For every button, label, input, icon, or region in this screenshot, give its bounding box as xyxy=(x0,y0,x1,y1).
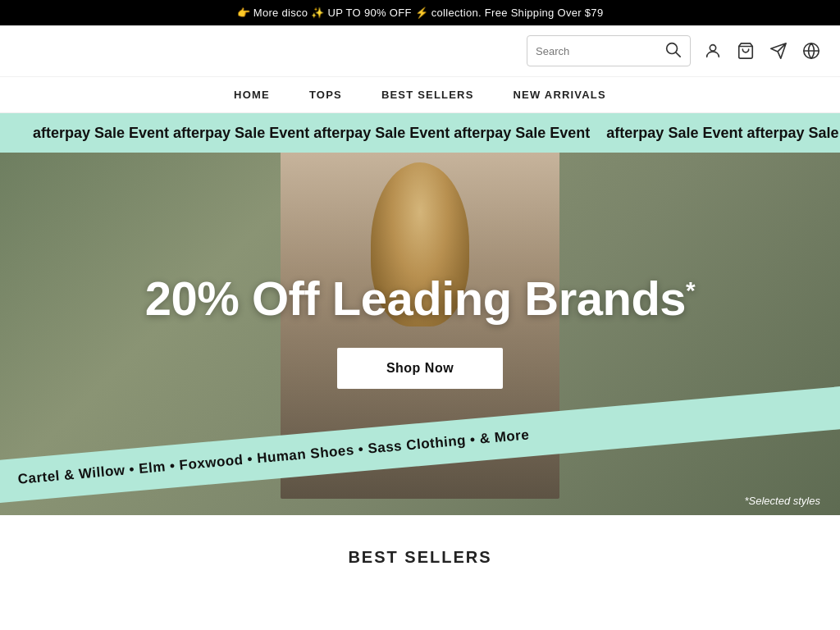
hero-heading: 20% Off Leading Brands* xyxy=(0,272,840,325)
selected-styles-note: *Selected styles xyxy=(745,495,821,507)
search-container xyxy=(527,35,691,66)
shop-now-button[interactable]: Shop Now xyxy=(337,348,503,389)
nav-item-best-sellers[interactable]: BEST SELLERS xyxy=(381,89,474,101)
announcement-bar: 👉 More disco ✨ UP TO 90% OFF ⚡ collectio… xyxy=(0,0,840,25)
afterpay-scroll-text: afterpay Sale Event afterpay Sale Event … xyxy=(0,125,840,142)
nav-item-tops[interactable]: TOPS xyxy=(309,89,342,101)
main-nav: HOME TOPS BEST SELLERS NEW ARRIVALS xyxy=(0,77,840,113)
afterpay-top-stripe: afterpay Sale Event afterpay Sale Event … xyxy=(0,113,840,153)
search-input[interactable] xyxy=(536,45,659,57)
header-icons xyxy=(704,42,820,60)
cart-icon[interactable] xyxy=(737,42,755,60)
language-icon[interactable] xyxy=(802,42,820,60)
wishlist-icon[interactable] xyxy=(769,42,788,60)
svg-line-1 xyxy=(676,52,680,57)
best-sellers-section: BEST SELLERS xyxy=(0,515,840,583)
header xyxy=(0,25,840,77)
user-icon[interactable] xyxy=(704,42,722,60)
hero-content: 20% Off Leading Brands* Shop Now xyxy=(0,272,840,389)
announcement-text: 👉 More disco ✨ UP TO 90% OFF ⚡ collectio… xyxy=(237,7,604,19)
nav-item-home[interactable]: HOME xyxy=(234,89,270,101)
hero-banner: afterpay Sale Event afterpay Sale Event … xyxy=(0,113,840,515)
best-sellers-title: BEST SELLERS xyxy=(20,548,820,567)
nav-item-new-arrivals[interactable]: NEW ARRIVALS xyxy=(514,89,606,101)
search-icon[interactable] xyxy=(664,40,682,62)
svg-point-2 xyxy=(710,45,715,51)
